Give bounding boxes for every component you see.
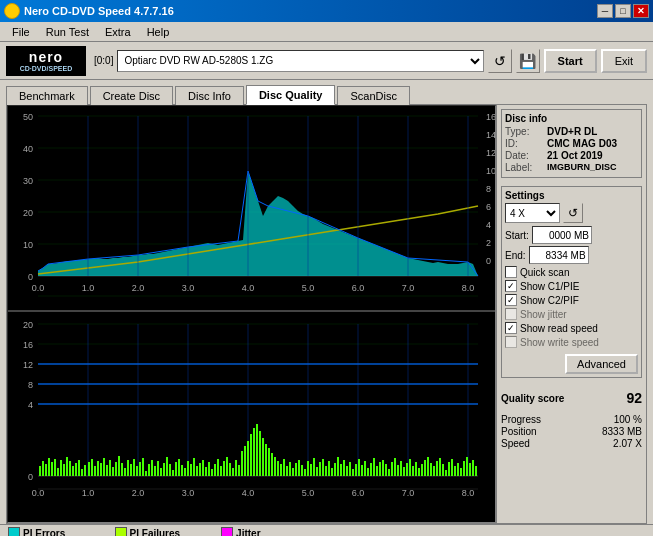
minimize-button[interactable]: ─: [597, 4, 613, 18]
svg-rect-178: [355, 464, 357, 476]
start-input[interactable]: [532, 226, 592, 244]
svg-rect-148: [265, 444, 267, 476]
svg-rect-217: [472, 460, 474, 476]
svg-rect-200: [421, 464, 423, 476]
quick-scan-checkbox[interactable]: [505, 266, 517, 278]
svg-rect-187: [382, 460, 384, 476]
svg-rect-103: [130, 464, 132, 476]
speed-refresh-button[interactable]: ↺: [563, 203, 583, 223]
speed-row-progress: Speed 2.07 X: [501, 438, 642, 449]
drive-label: [0:0]: [94, 55, 113, 66]
show-write-speed-checkbox[interactable]: [505, 336, 517, 348]
svg-text:4: 4: [486, 220, 491, 230]
end-input[interactable]: [529, 246, 589, 264]
svg-rect-104: [133, 459, 135, 476]
svg-text:16: 16: [23, 340, 33, 350]
svg-rect-154: [283, 459, 285, 476]
svg-rect-207: [442, 464, 444, 476]
svg-rect-167: [322, 459, 324, 476]
svg-rect-77: [51, 462, 53, 476]
tab-create-disc[interactable]: Create Disc: [90, 86, 173, 105]
close-button[interactable]: ✕: [633, 4, 649, 18]
svg-rect-205: [436, 461, 438, 476]
svg-rect-145: [256, 424, 258, 476]
svg-rect-185: [376, 466, 378, 476]
exit-button[interactable]: Exit: [601, 49, 647, 73]
svg-rect-82: [66, 457, 68, 476]
tab-scan-disc[interactable]: ScanDisc: [337, 86, 409, 105]
title-bar: Nero CD-DVD Speed 4.7.7.16 ─ □ ✕: [0, 0, 653, 22]
menu-file[interactable]: File: [4, 24, 38, 40]
pi-failures-label: PI Failures: [130, 528, 181, 537]
svg-rect-130: [211, 469, 213, 476]
svg-text:4: 4: [28, 400, 33, 410]
quick-scan-row: Quick scan: [505, 266, 638, 278]
svg-rect-102: [127, 460, 129, 476]
toolbar: nero CD·DVD/SPEED [0:0] Optiarc DVD RW A…: [0, 42, 653, 80]
svg-rect-163: [310, 464, 312, 476]
show-write-speed-row: Show write speed: [505, 336, 638, 348]
tab-benchmark[interactable]: Benchmark: [6, 86, 88, 105]
svg-rect-132: [217, 459, 219, 476]
svg-rect-116: [169, 464, 171, 476]
svg-rect-171: [334, 463, 336, 476]
show-c2-row: Show C2/PIF: [505, 294, 638, 306]
start-button[interactable]: Start: [544, 49, 597, 73]
svg-rect-149: [268, 448, 270, 476]
pi-failures-color: [115, 527, 127, 536]
svg-rect-206: [439, 458, 441, 476]
speed-value: 2.07 X: [613, 438, 642, 449]
svg-rect-214: [463, 461, 465, 476]
advanced-button[interactable]: Advanced: [565, 354, 638, 374]
svg-rect-179: [358, 459, 360, 476]
svg-text:10: 10: [486, 166, 496, 176]
menu-run-test[interactable]: Run Test: [38, 24, 97, 40]
drive-select[interactable]: Optiarc DVD RW AD-5280S 1.ZG: [117, 50, 483, 72]
svg-text:10: 10: [23, 240, 33, 250]
svg-rect-75: [45, 464, 47, 476]
svg-rect-156: [289, 462, 291, 476]
svg-rect-85: [75, 463, 77, 476]
menu-extra[interactable]: Extra: [97, 24, 139, 40]
svg-rect-204: [433, 466, 435, 476]
svg-rect-80: [60, 460, 62, 476]
svg-rect-115: [166, 457, 168, 476]
quality-score-value: 92: [626, 390, 642, 406]
svg-rect-139: [238, 465, 240, 476]
svg-text:8: 8: [486, 184, 491, 194]
svg-text:7.0: 7.0: [402, 488, 415, 498]
refresh-button[interactable]: ↺: [488, 49, 512, 73]
speed-select[interactable]: 4 X Maximum 1 X 2 X 8 X: [505, 203, 560, 223]
date-value: 21 Oct 2019: [547, 150, 603, 161]
show-write-speed-label: Show write speed: [520, 337, 599, 348]
svg-rect-83: [69, 461, 71, 476]
tab-disc-quality[interactable]: Disc Quality: [246, 85, 336, 105]
tab-disc-info[interactable]: Disc Info: [175, 86, 244, 105]
show-read-speed-checkbox[interactable]: [505, 322, 517, 334]
svg-rect-97: [112, 467, 114, 476]
show-jitter-checkbox[interactable]: [505, 308, 517, 320]
nero-logo: nero CD·DVD/SPEED: [6, 46, 86, 76]
menu-help[interactable]: Help: [139, 24, 178, 40]
svg-text:0: 0: [28, 472, 33, 482]
maximize-button[interactable]: □: [615, 4, 631, 18]
svg-rect-128: [205, 467, 207, 476]
save-button[interactable]: 💾: [516, 49, 540, 73]
disc-type-row: Type: DVD+R DL: [505, 126, 638, 137]
svg-text:0.0: 0.0: [32, 488, 45, 498]
tab-bar: Benchmark Create Disc Disc Info Disc Qua…: [0, 80, 653, 104]
svg-rect-134: [223, 461, 225, 476]
show-c1-checkbox[interactable]: [505, 280, 517, 292]
svg-rect-208: [445, 470, 447, 476]
svg-rect-166: [319, 462, 321, 476]
svg-rect-84: [72, 466, 74, 476]
main-content: 50 40 30 20 10 0 16 14 12 10 8 6 4 2 0 0…: [6, 104, 647, 524]
svg-rect-101: [124, 468, 126, 476]
svg-rect-215: [466, 457, 468, 476]
svg-rect-202: [427, 457, 429, 476]
position-row: Position 8333 MB: [501, 426, 642, 437]
svg-text:3.0: 3.0: [182, 283, 195, 293]
show-c2-checkbox[interactable]: [505, 294, 517, 306]
type-value: DVD+R DL: [547, 126, 597, 137]
svg-rect-158: [295, 463, 297, 476]
